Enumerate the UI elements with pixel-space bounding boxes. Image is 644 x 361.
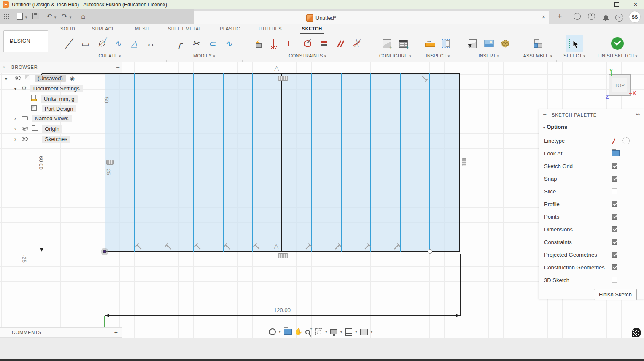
display-settings-button[interactable] [330,329,337,334]
grid-settings-button[interactable] [345,328,352,336]
group-label-assemble[interactable]: ASSEMBLE ▾ [520,53,555,58]
construction-geometries-checkbox[interactable] [612,264,617,270]
caret-down-icon[interactable]: ▾ [14,87,16,91]
constraints-checkbox[interactable] [612,239,617,245]
orbit-button[interactable] [269,328,276,335]
sketch-construction-line[interactable] [400,73,401,252]
undo-button[interactable]: ↶ [45,12,54,21]
look-at-button[interactable] [284,329,292,335]
slice-checkbox[interactable] [612,188,617,194]
save-button[interactable] [31,12,40,21]
sketch-grid-checkbox[interactable] [612,163,617,169]
sketch-point[interactable] [428,249,432,254]
sketch-palette-header[interactable]: – SKETCH PALETTE ▸▸ [539,109,644,121]
offset-icon[interactable]: ⊂ [206,36,219,51]
finish-sketch-button[interactable]: FINISH SKETCH ▾ [594,53,641,58]
caret-right-icon[interactable]: › [14,115,16,122]
orbit-caret[interactable]: ▾ [279,330,281,334]
account-avatar[interactable]: SS [629,11,641,23]
redo-caret[interactable]: ▾ [68,12,73,21]
close-button[interactable]: × [629,0,642,9]
sketch-profile-rectangle[interactable] [105,73,460,252]
circle-icon[interactable]: ∅╱ [95,36,108,51]
group-label-inspect[interactable]: INSPECT ▾ [418,53,457,58]
caret-down-icon[interactable]: ▾ [5,76,7,81]
rectangle-icon[interactable]: ▭ [79,36,92,51]
3d-sketch-checkbox[interactable] [612,277,617,283]
trim-scissors-icon[interactable]: ✂ [190,36,202,51]
profile-checkbox[interactable] [612,201,617,207]
file-menu-button[interactable] [15,12,24,21]
sketch-construction-line[interactable] [134,73,135,252]
finish-sketch-palette-button[interactable]: Finish Sketch [594,289,637,300]
viewports-button[interactable] [360,329,368,335]
sketch-construction-line[interactable] [223,73,224,252]
insert-mesh-icon[interactable] [499,36,512,51]
group-label-select[interactable]: SELECT ▾ [558,53,591,58]
tab-mesh[interactable]: MESH [135,26,149,31]
document-tab[interactable]: Untitled* × [194,11,549,24]
symmetry-constraint-icon[interactable]: ╳ [350,36,363,51]
viewports-caret[interactable]: ▾ [371,330,373,334]
tab-surface[interactable]: SURFACE [92,26,115,31]
look-at-icon[interactable] [612,150,620,156]
equal-constraint-icon[interactable] [318,36,330,51]
sketch-construction-line[interactable] [370,73,371,252]
minimize-panel-icon[interactable]: – [116,64,119,70]
insert-derive-icon[interactable] [466,36,479,51]
job-status-icon[interactable] [587,13,595,21]
measure-icon[interactable] [423,36,436,51]
feedback-chat-icon[interactable] [632,328,641,337]
grid-caret[interactable]: ▾ [355,330,357,334]
group-label-insert[interactable]: INSERT ▾ [460,53,518,58]
configuration-icon[interactable] [381,36,393,51]
fix-constraint-icon[interactable] [268,36,281,51]
origin-point[interactable] [101,248,108,255]
options-section-header[interactable]: ▾ Options [543,124,567,130]
centerline-linetype-icon[interactable] [610,139,618,144]
dimension-icon[interactable]: ↔ [145,36,157,51]
undo-caret[interactable]: ▾ [53,12,57,21]
visibility-eye-off-icon[interactable] [22,127,28,131]
tree-item-sketches[interactable]: › Sketches [14,136,70,144]
dim-height-label[interactable]: 60.00 [38,155,44,171]
fit-caret[interactable]: ▾ [325,330,327,334]
mirror-icon[interactable]: △ [128,36,141,51]
section-analysis-icon[interactable] [440,36,453,51]
spline-icon[interactable]: ∿ [112,36,124,51]
visibility-eye-icon[interactable] [15,76,21,80]
config-table-icon[interactable] [397,36,410,51]
app-grid-menu-button[interactable] [2,12,11,21]
finish-sketch-icon[interactable] [610,36,625,51]
dim-120-line[interactable] [105,315,460,316]
group-label-constraints[interactable]: CONSTRAINTS ▾ [244,53,371,58]
minimize-panel-icon[interactable]: – [543,111,546,117]
points-checkbox[interactable] [612,214,617,220]
tab-solid[interactable]: SOLID [60,26,75,31]
notifications-bell-icon[interactable] [601,13,610,21]
construction-linetype-icon[interactable] [622,137,630,144]
group-label-modify[interactable]: MODIFY ▾ [168,53,240,58]
sketch-construction-line[interactable] [341,73,342,252]
visibility-eye-icon[interactable] [22,137,28,141]
sketch-construction-line[interactable] [429,73,430,252]
curve-icon[interactable]: ∿ [223,36,235,51]
group-label-create[interactable]: CREATE ▾ [54,53,165,58]
tab-plastic[interactable]: PLASTIC [220,26,240,31]
minimize-button[interactable]: – [591,0,604,9]
tree-item-named-views[interactable]: › Named Views [14,115,72,124]
sketch-construction-line[interactable] [252,73,253,252]
sketch-construction-line[interactable] [193,73,194,252]
tab-close-icon[interactable]: × [540,14,547,20]
home-button[interactable]: ⌂ [78,12,88,21]
fit-button[interactable] [315,328,322,335]
viewcube-top-face[interactable]: TOP [612,78,627,92]
fillet-icon[interactable]: ╭ [173,36,186,51]
viewcube[interactable]: TOP [609,74,631,96]
workspace-selector[interactable]: DESIGN ▾ [3,30,48,52]
collapse-panel-icon[interactable]: « [3,65,5,70]
new-component-icon[interactable] [531,36,544,51]
extensions-icon[interactable] [573,13,581,21]
tab-sheet-metal[interactable]: SHEET METAL [168,26,202,31]
new-tab-button[interactable]: + [556,12,563,21]
